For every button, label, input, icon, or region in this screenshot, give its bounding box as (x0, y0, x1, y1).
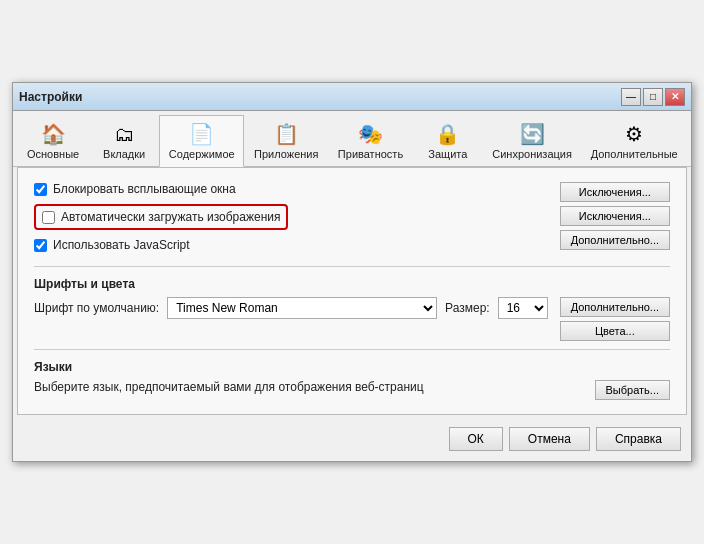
cancel-button[interactable]: Отмена (509, 427, 590, 451)
tab-content-label: Содержимое (169, 148, 235, 160)
font-selector-row: Шрифт по умолчанию: Times New Roman Разм… (34, 297, 548, 319)
maximize-button[interactable]: □ (643, 88, 663, 106)
tab-tabs[interactable]: 🗂 Вкладки (89, 115, 159, 166)
autoload-images-label: Автоматически загружать изображения (61, 210, 280, 224)
help-button[interactable]: Справка (596, 427, 681, 451)
security-icon: 🔒 (432, 120, 464, 148)
settings-window: Настройки — □ ✕ 🏠 Основные 🗂 Вкладки 📄 С… (12, 82, 692, 462)
exceptions-button-2[interactable]: Исключения... (560, 206, 670, 226)
tab-toolbar: 🏠 Основные 🗂 Вкладки 📄 Содержимое 📋 Прил… (13, 111, 691, 167)
tab-privacy-label: Приватность (338, 148, 403, 160)
top-section: Блокировать всплывающие окна Автоматичес… (34, 182, 670, 258)
size-label: Размер: (445, 301, 490, 315)
fonts-section: Шрифты и цвета Шрифт по умолчанию: Times… (34, 277, 670, 341)
tab-security[interactable]: 🔒 Защита (413, 115, 483, 166)
block-popups-row: Блокировать всплывающие окна (34, 182, 548, 196)
window-title: Настройки (19, 90, 82, 104)
checkboxes-section: Блокировать всплывающие окна Автоматичес… (34, 182, 548, 258)
right-buttons-group: Исключения... Исключения... Дополнительн… (560, 182, 670, 250)
choose-language-button[interactable]: Выбрать... (595, 380, 670, 400)
advanced-icon: ⚙ (618, 120, 650, 148)
fonts-title: Шрифты и цвета (34, 277, 670, 291)
tab-advanced[interactable]: ⚙ Дополнительные (581, 115, 687, 166)
tab-content[interactable]: 📄 Содержимое (159, 115, 244, 167)
autoload-images-checkbox[interactable] (42, 211, 55, 224)
colors-button[interactable]: Цвета... (560, 321, 670, 341)
tab-basic[interactable]: 🏠 Основные (17, 115, 89, 166)
languages-title: Языки (34, 360, 670, 374)
tab-privacy[interactable]: 🎭 Приватность (328, 115, 413, 166)
content-panel: Блокировать всплывающие окна Автоматичес… (17, 167, 687, 415)
tab-tabs-label: Вкладки (103, 148, 145, 160)
font-advanced-button[interactable]: Дополнительно... (560, 297, 670, 317)
font-select-dropdown[interactable]: Times New Roman (167, 297, 437, 319)
tab-sync[interactable]: 🔄 Синхронизация (483, 115, 582, 166)
tabs-icon: 🗂 (108, 120, 140, 148)
tab-apps[interactable]: 📋 Приложения (244, 115, 328, 166)
apps-icon: 📋 (270, 120, 302, 148)
languages-text: Выберите язык, предпочитаемый вами для о… (34, 380, 424, 394)
size-select-dropdown[interactable]: 16 (498, 297, 548, 319)
languages-section: Языки Выберите язык, предпочитаемый вами… (34, 360, 670, 400)
advanced-button-1[interactable]: Дополнительно... (560, 230, 670, 250)
use-js-row: Использовать JavaScript (34, 238, 548, 252)
minimize-button[interactable]: — (621, 88, 641, 106)
content-icon: 📄 (186, 120, 218, 148)
tab-advanced-label: Дополнительные (591, 148, 678, 160)
sync-icon: 🔄 (516, 120, 548, 148)
use-js-checkbox[interactable] (34, 239, 47, 252)
close-button[interactable]: ✕ (665, 88, 685, 106)
basic-icon: 🏠 (37, 120, 69, 148)
use-js-label: Использовать JavaScript (53, 238, 190, 252)
font-default-label: Шрифт по умолчанию: (34, 301, 159, 315)
exceptions-button-1[interactable]: Исключения... (560, 182, 670, 202)
fonts-controls: Шрифт по умолчанию: Times New Roman Разм… (34, 297, 548, 325)
font-buttons-group: Дополнительно... Цвета... (560, 297, 670, 341)
divider-2 (34, 349, 670, 350)
autoload-images-highlight-container: Автоматически загружать изображения (34, 202, 548, 232)
tab-basic-label: Основные (27, 148, 79, 160)
tab-security-label: Защита (428, 148, 467, 160)
ok-button[interactable]: ОК (449, 427, 503, 451)
autoload-images-row: Автоматически загружать изображения (42, 210, 280, 224)
tab-apps-label: Приложения (254, 148, 318, 160)
block-popups-checkbox[interactable] (34, 183, 47, 196)
title-bar: Настройки — □ ✕ (13, 83, 691, 111)
tab-sync-label: Синхронизация (492, 148, 572, 160)
title-bar-controls: — □ ✕ (621, 88, 685, 106)
languages-row: Выберите язык, предпочитаемый вами для о… (34, 380, 670, 400)
divider-1 (34, 266, 670, 267)
highlighted-border: Автоматически загружать изображения (34, 204, 288, 230)
block-popups-label: Блокировать всплывающие окна (53, 182, 236, 196)
bottom-buttons-bar: ОК Отмена Справка (13, 419, 691, 461)
privacy-icon: 🎭 (354, 120, 386, 148)
